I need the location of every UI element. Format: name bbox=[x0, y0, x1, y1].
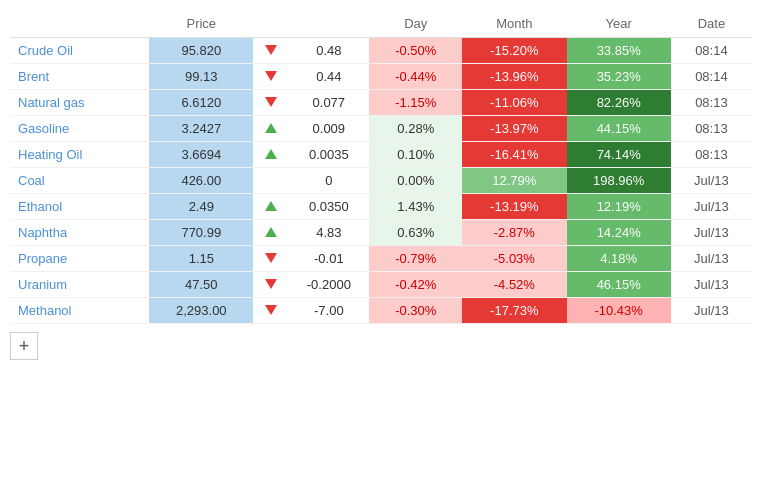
commodity-arrow bbox=[253, 194, 288, 220]
commodity-name[interactable]: Methanol bbox=[10, 298, 149, 324]
arrow-up-icon bbox=[265, 227, 277, 237]
commodity-arrow bbox=[253, 90, 288, 116]
commodity-change: 0 bbox=[288, 168, 369, 194]
commodity-year: -10.43% bbox=[567, 298, 671, 324]
commodity-date: 08:13 bbox=[671, 116, 752, 142]
commodity-name[interactable]: Natural gas bbox=[10, 90, 149, 116]
table-row: Naphtha770.994.830.63%-2.87%14.24%Jul/13 bbox=[10, 220, 752, 246]
commodity-year: 44.15% bbox=[567, 116, 671, 142]
commodity-date: Jul/13 bbox=[671, 272, 752, 298]
commodity-change: -0.01 bbox=[288, 246, 369, 272]
header-day: Day bbox=[369, 10, 462, 38]
header-month: Month bbox=[462, 10, 566, 38]
commodity-price: 426.00 bbox=[149, 168, 253, 194]
commodity-day: -0.79% bbox=[369, 246, 462, 272]
add-row-button[interactable]: + bbox=[10, 332, 38, 360]
table-row: Gasoline3.24270.0090.28%-13.97%44.15%08:… bbox=[10, 116, 752, 142]
commodity-name[interactable]: Uranium bbox=[10, 272, 149, 298]
header-price: Price bbox=[149, 10, 253, 38]
arrow-down-icon bbox=[265, 45, 277, 55]
commodity-date: Jul/13 bbox=[671, 220, 752, 246]
commodity-month: -2.87% bbox=[462, 220, 566, 246]
commodity-change: 0.077 bbox=[288, 90, 369, 116]
commodity-date: 08:13 bbox=[671, 142, 752, 168]
commodity-month: -5.03% bbox=[462, 246, 566, 272]
table-row: Heating Oil3.66940.00350.10%-16.41%74.14… bbox=[10, 142, 752, 168]
table-row: Propane1.15-0.01-0.79%-5.03%4.18%Jul/13 bbox=[10, 246, 752, 272]
commodity-arrow bbox=[253, 168, 288, 194]
commodity-name[interactable]: Ethanol bbox=[10, 194, 149, 220]
arrow-up-icon bbox=[265, 149, 277, 159]
commodity-year: 33.85% bbox=[567, 38, 671, 64]
header-change bbox=[288, 10, 369, 38]
commodity-month: -4.52% bbox=[462, 272, 566, 298]
commodity-date: Jul/13 bbox=[671, 246, 752, 272]
commodity-day: 1.43% bbox=[369, 194, 462, 220]
commodity-date: Jul/13 bbox=[671, 168, 752, 194]
commodity-name[interactable]: Gasoline bbox=[10, 116, 149, 142]
header-date: Date bbox=[671, 10, 752, 38]
commodity-arrow bbox=[253, 246, 288, 272]
commodity-date: Jul/13 bbox=[671, 298, 752, 324]
commodity-day: -0.42% bbox=[369, 272, 462, 298]
commodity-day: -0.50% bbox=[369, 38, 462, 64]
commodity-change: 0.009 bbox=[288, 116, 369, 142]
commodity-day: 0.28% bbox=[369, 116, 462, 142]
commodity-price: 2,293.00 bbox=[149, 298, 253, 324]
commodity-date: 08:13 bbox=[671, 90, 752, 116]
commodity-year: 4.18% bbox=[567, 246, 671, 272]
commodity-day: -0.30% bbox=[369, 298, 462, 324]
commodity-price: 770.99 bbox=[149, 220, 253, 246]
commodity-month: -13.97% bbox=[462, 116, 566, 142]
commodity-day: 0.10% bbox=[369, 142, 462, 168]
commodity-date: Jul/13 bbox=[671, 194, 752, 220]
arrow-down-icon bbox=[265, 253, 277, 263]
table-row: Ethanol2.490.03501.43%-13.19%12.19%Jul/1… bbox=[10, 194, 752, 220]
commodity-change: 4.83 bbox=[288, 220, 369, 246]
commodity-year: 12.19% bbox=[567, 194, 671, 220]
commodity-day: -0.44% bbox=[369, 64, 462, 90]
header-year: Year bbox=[567, 10, 671, 38]
commodity-change: -0.2000 bbox=[288, 272, 369, 298]
commodity-arrow bbox=[253, 298, 288, 324]
commodity-price: 1.15 bbox=[149, 246, 253, 272]
arrow-up-icon bbox=[265, 201, 277, 211]
commodity-name[interactable]: Crude Oil bbox=[10, 38, 149, 64]
commodity-price: 99.13 bbox=[149, 64, 253, 90]
table-row: Brent99.130.44-0.44%-13.96%35.23%08:14 bbox=[10, 64, 752, 90]
commodity-month: -13.19% bbox=[462, 194, 566, 220]
commodity-month: -11.06% bbox=[462, 90, 566, 116]
commodity-price: 95.820 bbox=[149, 38, 253, 64]
commodity-price: 3.2427 bbox=[149, 116, 253, 142]
arrow-down-icon bbox=[265, 279, 277, 289]
commodity-year: 14.24% bbox=[567, 220, 671, 246]
table-row: Uranium47.50-0.2000-0.42%-4.52%46.15%Jul… bbox=[10, 272, 752, 298]
table-row: Natural gas6.61200.077-1.15%-11.06%82.26… bbox=[10, 90, 752, 116]
commodity-change: 0.44 bbox=[288, 64, 369, 90]
commodity-change: -7.00 bbox=[288, 298, 369, 324]
arrow-down-icon bbox=[265, 305, 277, 315]
table-row: Crude Oil95.8200.48-0.50%-15.20%33.85%08… bbox=[10, 38, 752, 64]
commodity-year: 74.14% bbox=[567, 142, 671, 168]
commodity-name[interactable]: Brent bbox=[10, 64, 149, 90]
commodity-day: 0.63% bbox=[369, 220, 462, 246]
commodity-name[interactable]: Propane bbox=[10, 246, 149, 272]
commodity-month: -16.41% bbox=[462, 142, 566, 168]
commodity-name[interactable]: Coal bbox=[10, 168, 149, 194]
commodity-change: 0.48 bbox=[288, 38, 369, 64]
commodity-date: 08:14 bbox=[671, 38, 752, 64]
commodity-date: 08:14 bbox=[671, 64, 752, 90]
commodity-name[interactable]: Heating Oil bbox=[10, 142, 149, 168]
table-row: Coal426.0000.00%12.79%198.96%Jul/13 bbox=[10, 168, 752, 194]
commodities-table: Price Day Month Year Date Crude Oil95.82… bbox=[10, 10, 752, 324]
commodity-year: 82.26% bbox=[567, 90, 671, 116]
header-name bbox=[10, 10, 149, 38]
arrow-up-icon bbox=[265, 123, 277, 133]
header-arrow bbox=[253, 10, 288, 38]
commodity-month: -17.73% bbox=[462, 298, 566, 324]
commodity-arrow bbox=[253, 64, 288, 90]
main-container: Price Day Month Year Date Crude Oil95.82… bbox=[0, 0, 762, 370]
commodity-change: 0.0350 bbox=[288, 194, 369, 220]
commodity-name[interactable]: Naphtha bbox=[10, 220, 149, 246]
commodity-month: 12.79% bbox=[462, 168, 566, 194]
